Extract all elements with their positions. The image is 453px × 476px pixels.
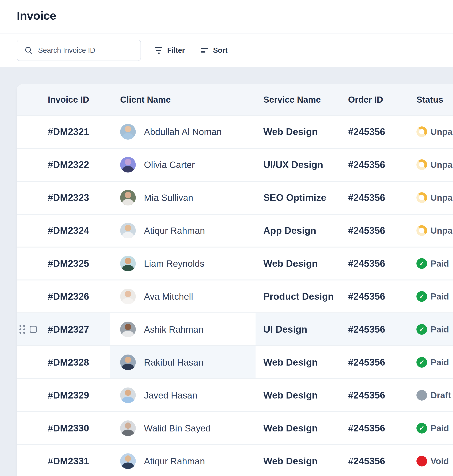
status-badge: ✓ Paid — [417, 258, 449, 269]
service-name: App Design — [263, 225, 348, 236]
table-row[interactable]: #DM2331 Atiqur Rahman Web Design #245356… — [17, 444, 453, 476]
invoice-id: #DM2322 — [48, 159, 89, 170]
status-label: Paid — [431, 291, 449, 302]
status-badge: Unpaid — [417, 192, 453, 203]
table-row[interactable]: #DM2326 Ava Mitchell Product Design #245… — [17, 279, 453, 313]
invoice-id: #DM2330 — [48, 423, 89, 434]
page-title: Invoice — [0, 0, 453, 22]
client-name: Liam Reynolds — [144, 258, 204, 269]
table-row[interactable]: #DM2322 Olivia Carter UI/UX Design #2453… — [17, 148, 453, 181]
status-badge: Void — [417, 456, 449, 467]
sort-button[interactable]: Sort — [201, 46, 227, 54]
avatar — [120, 124, 136, 140]
invoice-id: #DM2326 — [48, 291, 89, 302]
table-row[interactable]: #DM2325 Liam Reynolds Web Design #245356… — [17, 247, 453, 279]
order-id: #245356 — [348, 126, 417, 137]
invoice-id: #DM2321 — [48, 126, 89, 137]
status-icon — [417, 192, 427, 203]
order-id: #245356 — [348, 291, 417, 302]
status-label: Paid — [431, 324, 449, 334]
invoice-id: #DM2329 — [48, 390, 89, 401]
status-icon — [417, 126, 427, 137]
client-name: Javed Hasan — [144, 390, 197, 401]
status-badge: ✓ Paid — [417, 357, 449, 368]
filter-label: Filter — [167, 46, 185, 54]
search-box[interactable] — [17, 40, 141, 61]
status-icon: ✓ — [417, 423, 427, 433]
client-name: Olivia Carter — [144, 160, 195, 170]
invoice-id: #DM2323 — [48, 192, 89, 203]
table-row[interactable]: #DM2330 Walid Bin Sayed Web Design #2453… — [17, 411, 453, 444]
status-icon — [417, 159, 427, 170]
order-id: #245356 — [348, 456, 417, 467]
status-label: Paid — [431, 258, 449, 269]
client-name: Walid Bin Sayed — [144, 423, 211, 433]
client-name: Ashik Rahman — [144, 324, 203, 335]
avatar — [120, 387, 136, 403]
status-icon — [417, 456, 427, 467]
status-badge: ✓ Paid — [417, 423, 449, 433]
service-name: Web Design — [263, 423, 348, 434]
status-label: Paid — [431, 357, 449, 368]
table-row[interactable]: #DM2324 Atiqur Rahman App Design #245356… — [17, 214, 453, 247]
service-name: Web Design — [263, 456, 348, 467]
invoice-id: #DM2328 — [48, 357, 89, 368]
service-name: UI Design — [263, 324, 348, 335]
row-checkbox[interactable] — [30, 326, 37, 333]
column-header-status: Status — [417, 94, 443, 105]
invoice-id: #DM2324 — [48, 225, 89, 236]
client-name: Atiqur Rahman — [144, 456, 205, 467]
drag-handle-icon[interactable] — [19, 325, 25, 334]
search-input[interactable] — [38, 46, 130, 55]
status-label: Draft — [431, 390, 451, 400]
column-header-service-name: Service Name — [263, 94, 348, 105]
page-header: Invoice — [0, 0, 453, 34]
status-label: Unpaid — [431, 160, 453, 170]
filter-button[interactable]: Filter — [155, 46, 185, 54]
service-name: Web Design — [263, 357, 348, 368]
status-label: Void — [431, 456, 449, 466]
order-id: #245356 — [348, 390, 417, 401]
table-row[interactable]: #DM2321 Abdullah Al Noman Web Design #24… — [17, 115, 453, 148]
status-label: Paid — [431, 423, 449, 433]
column-header-invoice-id: Invoice ID — [48, 94, 89, 105]
status-label: Unpaid — [431, 192, 453, 203]
status-icon: ✓ — [417, 324, 427, 335]
search-icon — [24, 46, 33, 54]
table-row[interactable]: #DM2329 Javed Hasan Web Design #245356 D… — [17, 378, 453, 411]
invoice-table: Invoice ID Client Name Service Name Orde… — [17, 84, 453, 476]
service-name: SEO Optimize — [263, 192, 348, 203]
content-area: Invoice ID Client Name Service Name Orde… — [0, 67, 453, 476]
avatar — [120, 223, 136, 238]
filter-icon — [155, 47, 162, 54]
status-badge: ✓ Paid — [417, 291, 449, 302]
status-icon: ✓ — [417, 357, 427, 368]
client-name: Abdullah Al Noman — [144, 127, 222, 137]
client-name: Mia Sullivan — [144, 192, 193, 203]
status-icon — [417, 390, 427, 401]
status-icon — [417, 225, 427, 236]
table-row[interactable]: #DM2327 Ashik Rahman UI Design #245356 ✓… — [17, 313, 453, 345]
avatar — [120, 256, 136, 271]
service-name: Web Design — [263, 390, 348, 401]
service-name: Product Design — [263, 291, 348, 302]
sort-icon — [201, 48, 208, 53]
order-id: #245356 — [348, 192, 417, 203]
status-badge: Unpaid — [417, 225, 453, 236]
status-icon: ✓ — [417, 291, 427, 302]
client-name: Ava Mitchell — [144, 291, 193, 302]
table-row[interactable]: #DM2323 Mia Sullivan SEO Optimize #24535… — [17, 181, 453, 214]
order-id: #245356 — [348, 258, 417, 269]
service-name: Web Design — [263, 258, 348, 269]
table-row[interactable]: #DM2328 Rakibul Hasan Web Design #245356… — [17, 345, 453, 378]
order-id: #245356 — [348, 324, 417, 335]
table-header-row: Invoice ID Client Name Service Name Orde… — [17, 84, 453, 115]
status-badge: Unpaid — [417, 159, 453, 170]
status-badge: Unpaid — [417, 126, 453, 137]
client-name: Atiqur Rahman — [144, 225, 205, 236]
avatar — [120, 289, 136, 304]
toolbar: Filter Sort — [0, 34, 453, 67]
order-id: #245356 — [348, 159, 417, 170]
avatar — [120, 190, 136, 206]
client-name: Rakibul Hasan — [144, 357, 203, 368]
